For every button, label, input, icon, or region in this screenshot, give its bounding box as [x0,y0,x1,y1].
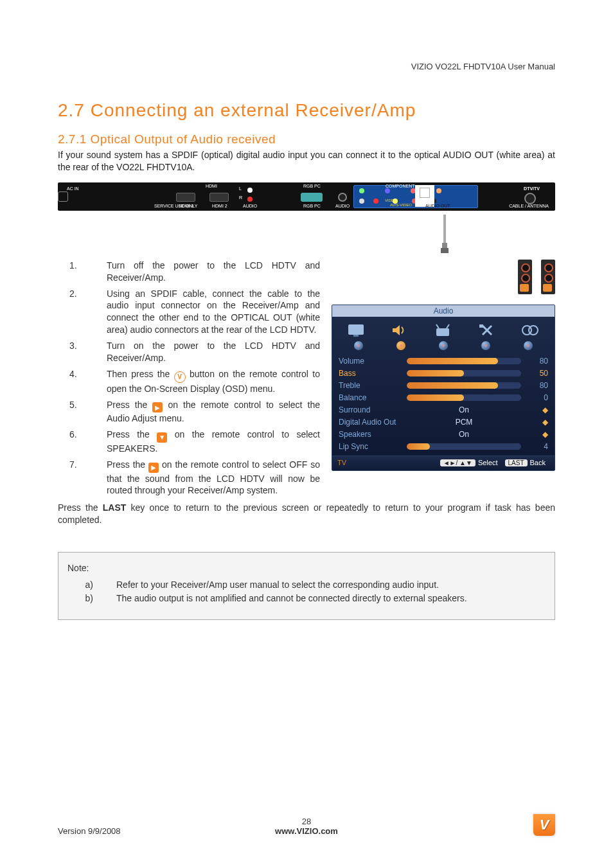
osd-row-label: Digital Audio Out [339,418,403,427]
io-label-hdmi1: HDMI 1 [179,204,194,208]
osd-slider [407,358,521,364]
vizio-button-icon: V [174,371,186,383]
osd-row-label: Speakers [339,430,403,439]
io-label-av-svideo: AV/S-VIDEO [390,203,412,207]
osd-row-value: On [407,405,521,414]
step-text: Then press the V button on the remote co… [107,368,320,395]
svg-rect-2 [441,248,449,253]
osd-chip-icon: ▾ [481,341,490,350]
osd-arrow-chips: ▾ ▾ ▾ ▾ ▾ [332,340,555,355]
osd-chip-icon: ▾ [354,341,363,350]
osd-toggle-indicator-icon: ◆ [525,405,548,414]
hdmi1-port-icon [176,193,195,202]
osd-slider [407,370,521,376]
io-label-hdmi: HDMI [206,184,217,188]
io-label-rgbpc-top: RGB PC [303,184,321,188]
osd-footer-lbl: Back [530,459,546,466]
io-label-hdmi2: HDMI 2 [212,204,227,208]
audio-l-jack-icon [247,188,253,193]
step-7: 7. Press the ▶ on the remote control to … [58,459,320,497]
step-num: 3. [58,340,89,364]
osd-title: Audio [332,305,555,317]
osd-row: SurroundOn◆ [339,404,548,416]
coax-port-icon [524,193,536,204]
steps-list: 1. Turn off the power to the LCD HDTV an… [58,260,320,497]
receiver-amp-diagram [518,260,555,294]
osd-row-label: Volume [339,357,403,366]
osd-row: Lip Sync4 [339,441,548,453]
product-header: VIZIO VO22L FHDTV10A User Manual [411,62,555,71]
osd-footer: TV ◄►/ ▲▼Select LASTBack [332,456,555,470]
note-item: b) The audio output is not amplified and… [67,592,535,605]
step-num: 6. [58,429,89,455]
note-list: a) Refer to your Receiver/Amp user manua… [67,578,535,605]
svg-rect-3 [348,324,364,335]
step-text: Turn off the power to the LCD HDTV and R… [107,260,320,284]
note-box: Note: a) Refer to your Receiver/Amp user… [58,552,555,620]
step-6: 6. Press the ▼ on the remote control to … [58,429,320,455]
osd-row-value: 4 [525,442,548,451]
step-num: 1. [58,260,89,284]
osd-panel: Audio [332,305,555,471]
osd-row-label: Lip Sync [339,442,403,451]
osd-toggle-indicator-icon: ◆ [525,430,548,439]
cable-arrow-icon [440,215,555,256]
io-label-cable-antenna: CABLE / ANTENNA [509,204,549,208]
receiver-optical-icon [543,284,552,292]
io-label-acin: AC IN [67,186,79,191]
osd-row-label: Surround [339,405,403,414]
right-arrow-button-icon: ▶ [148,463,159,473]
optical-port-icon [420,188,430,198]
step-5: 5. Press the ▶ on the remote control to … [58,399,320,425]
down-arrow-button-icon: ▼ [157,432,167,443]
osd-rows: Volume80Bass50Treble80Balance0SurroundOn… [332,355,555,456]
io-label-audio2: AUDIO [335,204,350,208]
step-2: 2. Using an SPDIF cable, connect the cab… [58,288,320,337]
receiver-optical-icon [520,284,529,292]
io-label-rgbpc-bottom: RGB PC [303,204,321,208]
svg-rect-1 [442,243,447,248]
steps-and-osd-row: 1. Turn off the power to the LCD HDTV an… [58,260,555,501]
osd-parental-icon [518,321,542,340]
step-num: 4. [58,368,89,395]
step-3: 3. Turn on the power to the LCD HDTV and… [58,340,320,364]
step-num: 5. [58,399,89,425]
step-num: 2. [58,288,89,337]
osd-row-label: Balance [339,393,403,402]
osd-footer-btn: ◄►/ ▲▼ [440,459,475,466]
io-label-component: COMPONENT [386,184,415,188]
step-text: Press the ▶ on the remote control to sel… [107,459,320,497]
osd-setup-icon [475,321,499,340]
osd-category-icons [332,317,555,340]
step-text: Press the ▶ on the remote control to sel… [107,399,320,425]
steps-column: 1. Turn off the power to the LCD HDTV an… [58,260,320,501]
io-panel-diagram: AC IN SERVICE USE ONLY HDMI HDMI 1 HDMI … [58,182,555,211]
io-label-dtvtv: DTV/TV [524,186,540,191]
osd-row-value: On [407,430,521,439]
note-letter: b) [67,592,93,605]
svg-rect-0 [443,215,446,243]
section-title: 2.7 Connecting an external Receiver/Amp [58,100,555,121]
osd-footer-lbl: Select [478,459,498,466]
footer-version: Version 9/9/2008 [58,826,224,836]
osd-row: SpeakersOn◆ [339,429,548,441]
step-num: 7. [58,459,89,497]
right-column: Audio [332,260,555,501]
osd-footer-controls: ◄►/ ▲▼Select LASTBack [439,459,549,466]
vizio-logo-icon: V [533,814,555,836]
audio-r-jack-icon [247,197,253,202]
io-label-l: L [239,186,242,191]
osd-row-value: 50 [525,369,548,378]
footer-center: 28 www.VIZIO.com [224,817,389,836]
note-title: Note: [67,563,535,573]
closing-instruction: Press the LAST key once to return to the… [58,502,555,526]
rca-plug-icon [521,263,530,272]
osd-slider [407,394,521,401]
osd-toggle-indicator-icon: ◆ [525,418,548,427]
pc-audio-jack-icon [338,193,347,202]
note-item: a) Refer to your Receiver/Amp user manua… [67,578,535,592]
page-footer: Version 9/9/2008 28 www.VIZIO.com V [58,814,555,836]
osd-row-value: 80 [525,381,548,390]
osd-audio-icon [387,321,412,340]
footer-page-number: 28 [224,817,389,826]
